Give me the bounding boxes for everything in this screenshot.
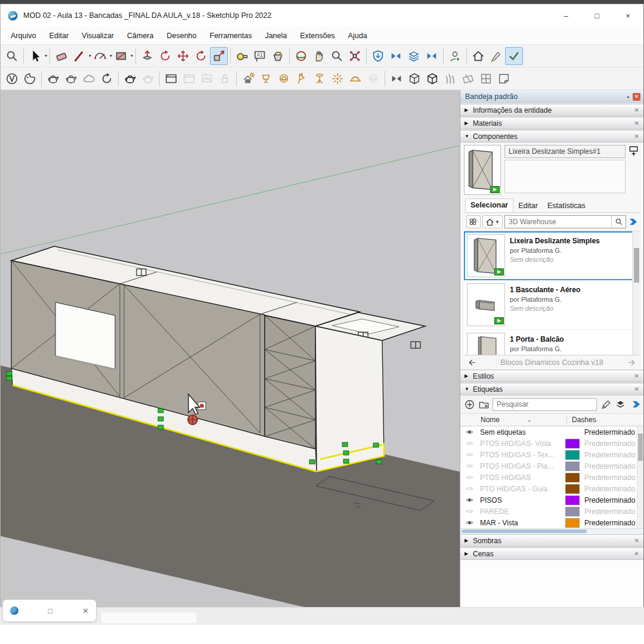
section-components[interactable]: ▼ Componentes ✕ [460, 130, 643, 143]
section-shadows[interactable]: ▶ Sombras ✕ [460, 534, 643, 547]
zoom-window-button[interactable] [3, 47, 21, 65]
menu-editar[interactable]: Editar [42, 29, 75, 42]
tag-color-swatch[interactable] [565, 484, 580, 494]
tag-dash-style[interactable]: Predeterminado [584, 496, 635, 504]
tag-row[interactable]: PAREDEPredeterminado [460, 506, 643, 517]
component-item[interactable]: ▶Lixeira Deslizante Simplespor Plataform… [464, 231, 640, 280]
tag-dash-style[interactable]: Predeterminado [584, 473, 635, 482]
vray-infinite-plane-button[interactable] [388, 70, 405, 88]
vray-update-button[interactable] [98, 70, 116, 88]
vray-omni-light-button[interactable] [329, 70, 346, 88]
vray-pack-scene-button[interactable] [198, 70, 216, 88]
vray-render-button[interactable] [44, 70, 62, 88]
component-item[interactable]: ▶1 Basculante - Aéreopor Plataforma G.Se… [464, 280, 640, 330]
vray-color-picker-button[interactable] [21, 70, 39, 88]
move-button[interactable] [174, 47, 192, 65]
section-close-icon[interactable]: ✕ [634, 133, 639, 140]
tag-color-swatch[interactable] [565, 507, 580, 516]
vray-light-gen-button[interactable] [239, 70, 257, 88]
tag-dash-style[interactable]: Predeterminado [584, 519, 635, 527]
close-button[interactable]: × [612, 4, 643, 27]
vray-render-last-button[interactable] [139, 70, 157, 88]
account-sync-button[interactable] [446, 47, 464, 65]
tag-dash-style[interactable]: Predeterminado [584, 485, 635, 493]
menu-desenho[interactable]: Desenho [160, 29, 203, 42]
pin-icon[interactable]: ▪ [627, 94, 629, 100]
vray-clipper-button[interactable] [459, 70, 477, 88]
eye-visible-icon[interactable] [465, 428, 475, 436]
tag-color-swatch[interactable] [565, 450, 580, 460]
orbit-button[interactable] [292, 47, 310, 65]
tray-header[interactable]: Bandeja padrão ▪ ✕ [460, 90, 643, 103]
vray-rect-light-button[interactable] [257, 70, 275, 88]
line-button[interactable] [70, 47, 88, 65]
edit-pencil-icon[interactable] [600, 399, 612, 410]
section-scenes[interactable]: ▶ Cenas ✕ [460, 547, 643, 560]
tag-color-swatch[interactable] [565, 439, 580, 448]
menu-janela[interactable]: Janela [258, 29, 293, 42]
tag-row[interactable]: PTOS HID/GAS - Pla...Predeterminado [460, 460, 643, 472]
flip-along-button[interactable] [387, 47, 405, 65]
menu-extensoes[interactable]: Extensões [293, 29, 341, 42]
tag-row[interactable]: PTOS HID/GAS- VistaPredeterminado [460, 438, 643, 449]
minimize-button[interactable]: – [550, 4, 581, 27]
tags-horizontal-scrollbar[interactable] [460, 528, 643, 534]
tab-selecionar[interactable]: Selecionar [465, 199, 513, 212]
components-search-input[interactable] [505, 218, 611, 226]
mini-maximize-button[interactable]: □ [48, 606, 53, 615]
tape-measure-button[interactable] [233, 47, 251, 65]
tag-dash-style[interactable]: Predeterminado [584, 462, 635, 470]
component-item[interactable]: ▶1 Porta - Balcãopor Plataforma G.Sem de… [464, 330, 640, 355]
vray-mesh-window-button[interactable] [477, 70, 495, 88]
chaos-cloud-button[interactable] [80, 70, 98, 88]
vray-mesh-light-button[interactable] [364, 70, 382, 88]
section-close-icon[interactable]: ✕ [634, 107, 639, 113]
tags-search-input[interactable] [493, 400, 596, 408]
details-arrow-button[interactable] [628, 216, 639, 227]
vray-render-interactive-button[interactable] [62, 70, 80, 88]
vray-proxy-solid-button[interactable] [423, 70, 441, 88]
back-arrow-icon[interactable] [467, 358, 477, 367]
arc-button[interactable] [91, 47, 109, 65]
vray-fur-button[interactable] [441, 70, 459, 88]
display-secondary-pane-icon[interactable] [628, 145, 640, 157]
vray-spot-light-button[interactable] [293, 70, 311, 88]
section-materials[interactable]: ▶ Materiais ✕ [460, 117, 643, 129]
tag-dash-style[interactable]: Predeterminado [584, 439, 635, 448]
eye-hidden-icon[interactable] [465, 439, 475, 447]
share-layers-button[interactable] [405, 47, 423, 65]
section-close-icon[interactable]: ✕ [634, 537, 639, 544]
solid-tool-button[interactable] [487, 47, 505, 65]
menu-ajuda[interactable]: Ajuda [342, 29, 374, 42]
vray-ies-light-button[interactable] [311, 70, 329, 88]
component-instance-name-field[interactable] [504, 145, 626, 158]
maximize-button[interactable]: □ [581, 4, 612, 27]
view-options-button[interactable] [466, 215, 481, 228]
zoom-button[interactable] [328, 47, 346, 65]
vray-displacement-button[interactable] [495, 70, 513, 88]
search-button[interactable] [611, 216, 626, 228]
add-tag-folder-icon[interactable] [478, 399, 490, 410]
mini-close-button[interactable]: ✕ [82, 606, 89, 615]
vray-frame-buffer-button[interactable] [162, 70, 180, 88]
section-tags[interactable]: ▼ Etiquetas ✕ [460, 383, 643, 395]
component-description-field[interactable] [504, 160, 626, 193]
paint-bucket-button[interactable] [269, 47, 287, 65]
tag-color-swatch[interactable] [565, 473, 580, 482]
eye-hidden-icon[interactable] [465, 462, 475, 470]
home-button[interactable] [469, 47, 487, 65]
zoom-extents-button[interactable] [346, 47, 364, 65]
tag-row[interactable]: PISOSPredeterminado [460, 494, 643, 506]
warehouse-download-button[interactable] [369, 47, 387, 65]
viewport-3d[interactable] [1, 90, 460, 611]
eye-hidden-icon[interactable] [465, 451, 475, 459]
tag-row[interactable]: Sem etiquetasPredeterminado [460, 426, 643, 438]
menu-camera[interactable]: Câmera [120, 29, 160, 42]
confirm-check-button[interactable] [505, 47, 523, 65]
vray-dome-light-button[interactable] [346, 70, 364, 88]
vray-sphere-light-button[interactable] [275, 70, 293, 88]
vray-proxy-box-button[interactable] [405, 70, 423, 88]
section-entity-info[interactable]: ▶ Informações da entidade ✕ [460, 104, 643, 116]
flip-settings-button[interactable] [423, 47, 441, 65]
tag-row[interactable]: PTOS HID/GASPredeterminado [460, 472, 643, 483]
